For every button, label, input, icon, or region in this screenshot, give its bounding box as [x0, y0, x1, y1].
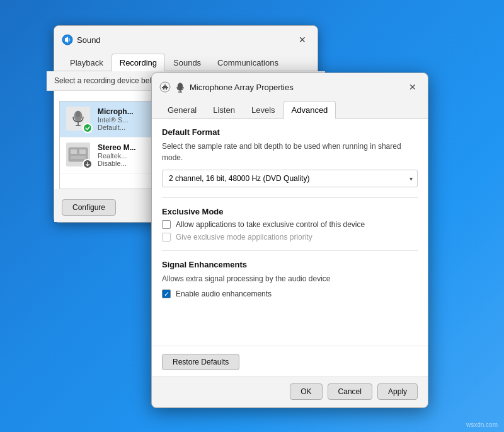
- exclusive-cb2-row: Give exclusive mode applications priorit…: [162, 233, 418, 242]
- signal-title: Signal Enhancements: [162, 260, 418, 269]
- configure-button[interactable]: Configure: [62, 199, 116, 216]
- tab-recording[interactable]: Recording: [112, 54, 165, 71]
- tab-listen[interactable]: Listen: [205, 101, 243, 119]
- exclusive-cb1-row: Allow applications to take exclusive con…: [162, 220, 418, 229]
- default-format-desc: Select the sample rate and bit depth to …: [162, 141, 418, 163]
- mic-props-title-icon: [175, 81, 186, 93]
- mic-props-dialog: Microphone Array Properties ✕ General Li…: [151, 73, 428, 408]
- tab-communications[interactable]: Communications: [209, 54, 287, 71]
- exclusive-cb2-checkbox[interactable]: [162, 233, 171, 242]
- default-format-dropdown-box: 2 channel, 16 bit, 48000 Hz (DVD Quality…: [162, 170, 418, 187]
- sound-dialog-titlebar: Sound ✕: [54, 26, 318, 51]
- signal-desc: Allows extra signal processing by the au…: [162, 273, 418, 284]
- sound-dialog-tabs: Playback Recording Sounds Communications: [54, 51, 318, 71]
- tab-levels[interactable]: Levels: [243, 101, 284, 119]
- svg-rect-8: [71, 149, 77, 154]
- signal-cb-checkbox[interactable]: [162, 289, 171, 298]
- sound-dialog-title: Sound: [77, 35, 101, 45]
- svg-rect-10: [71, 156, 86, 159]
- mic-props-icon: [159, 81, 171, 93]
- tab-sounds[interactable]: Sounds: [165, 54, 209, 71]
- exclusive-cb1-checkbox[interactable]: [162, 220, 171, 229]
- mic-props-buttons: OK Cancel Apply: [152, 377, 428, 407]
- cancel-button[interactable]: Cancel: [328, 383, 372, 400]
- tab-advanced[interactable]: Advanced: [284, 101, 336, 119]
- default-format-title: Default Format: [162, 127, 418, 137]
- tab-general[interactable]: General: [159, 101, 205, 119]
- mic-props-titlebar: Microphone Array Properties ✕: [152, 73, 428, 98]
- status-badge-green: [83, 123, 93, 133]
- exclusive-cb1-label: Allow applications to take exclusive con…: [176, 220, 365, 229]
- status-badge-down: [83, 159, 93, 169]
- tab-playback[interactable]: Playback: [62, 54, 112, 71]
- mic-props-tabs: General Listen Levels Advanced: [152, 98, 428, 119]
- section-divider-2: [162, 250, 418, 251]
- exclusive-cb2-label: Give exclusive mode applications priorit…: [176, 233, 312, 242]
- section-divider-1: [162, 197, 418, 198]
- ok-button[interactable]: OK: [290, 383, 322, 400]
- watermark: wsxdn.com: [466, 421, 498, 428]
- signal-cb-row: Enable audio enhancements: [162, 289, 418, 298]
- mic-props-close-button[interactable]: ✕: [405, 79, 420, 95]
- mic-props-title-text: Microphone Array Properties: [190, 83, 294, 92]
- apply-button[interactable]: Apply: [377, 383, 418, 400]
- default-format-select[interactable]: 2 channel, 16 bit, 48000 Hz (DVD Quality…: [162, 170, 418, 187]
- sound-icon: [62, 34, 73, 45]
- signal-cb-label: Enable audio enhancements: [176, 289, 272, 298]
- svg-point-12: [178, 83, 183, 90]
- sound-close-button[interactable]: ✕: [295, 32, 310, 47]
- restore-defaults-button[interactable]: Restore Defaults: [162, 354, 239, 370]
- exclusive-mode-title: Exclusive Mode: [162, 207, 418, 216]
- mic-props-content: Default Format Select the sample rate an…: [152, 119, 428, 346]
- restore-section: Restore Defaults: [152, 346, 428, 377]
- svg-rect-9: [79, 149, 86, 154]
- svg-rect-3: [76, 111, 80, 117]
